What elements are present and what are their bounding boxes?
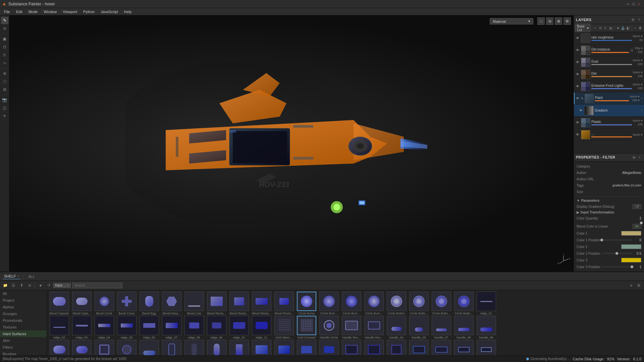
shelf-cat-alphas[interactable]: Alphas	[0, 304, 47, 310]
folder-view-btn[interactable]: 📁	[2, 282, 9, 289]
shelf-grid-view-btn[interactable]: ⊞	[635, 282, 642, 289]
menu-item-mode[interactable]: Mode	[26, 9, 41, 14]
brush-tool[interactable]: ✎	[1, 17, 8, 24]
shelf-item[interactable]: edge_05	[116, 316, 138, 339]
layer-visibility[interactable]: 👁	[575, 48, 580, 53]
color1-pos-slider[interactable]	[602, 239, 632, 241]
filter-tag-close[interactable]: ×	[67, 284, 69, 287]
blend-linear-toggle[interactable]: On	[633, 224, 641, 229]
shelf-item[interactable]: handle_12	[93, 340, 115, 355]
shelf-item[interactable]: handle_24	[296, 340, 317, 355]
layer-delete-btn[interactable]: ×	[641, 97, 643, 100]
perspective-button[interactable]: ⊞	[555, 17, 562, 25]
shelf-item[interactable]: Niche Recta...	[475, 340, 497, 355]
settings-button[interactable]: ⚙	[564, 17, 571, 25]
layer-item[interactable]: 👁 Plastic Norm ▾ 100	[574, 117, 644, 129]
shelf-item[interactable]: edge_02	[48, 316, 70, 339]
shelf-cat-grunges[interactable]: Grunges	[0, 310, 47, 317]
align-tool[interactable]: ⊞	[1, 86, 8, 93]
shelf-item[interactable]: handle_15	[161, 340, 182, 355]
add-layer-btn[interactable]: +	[593, 25, 597, 31]
parameters-section[interactable]: ▼ Parameters	[577, 199, 641, 202]
shelf-item[interactable]: Circle Bum...	[318, 292, 340, 315]
menu-item-file[interactable]: File	[1, 9, 13, 14]
shelf-item[interactable]: handle_07	[430, 316, 452, 339]
layer-item[interactable]: 👁 ... Norm ▾	[574, 129, 644, 141]
shelf-item[interactable]: handle_17	[206, 340, 227, 355]
create-btn[interactable]: ⊘	[26, 282, 33, 289]
shelf-item[interactable]: Niche Recta...	[408, 340, 430, 355]
camera-tool[interactable]: 📷	[1, 96, 8, 104]
shelf-tab[interactable]: SHELF ×	[3, 274, 20, 279]
layer-visibility[interactable]: 👁	[579, 108, 583, 113]
shelf-item[interactable]: Bevel Recta...	[228, 292, 250, 315]
shelf-item-grid-alternate[interactable]: Grid Altern...	[273, 316, 295, 339]
bake-btn[interactable]: ⌁	[633, 25, 638, 31]
layer-item[interactable]: 👁 Emissive Front Lights Norm ▾ 100	[574, 80, 644, 93]
shelf-item[interactable]: handle_09	[475, 316, 497, 339]
anchor-btn[interactable]: ⚓	[621, 25, 625, 31]
layer-visibility[interactable]: 👁	[575, 96, 580, 101]
shelf-item[interactable]: handle_22	[251, 340, 272, 355]
shelf-item[interactable]: handle_04	[385, 316, 407, 339]
shelf-item[interactable]: Bevel Recta...	[206, 292, 227, 315]
shelf-item[interactable]: handle_18	[228, 340, 250, 355]
layer-visibility[interactable]: 👁	[575, 60, 580, 65]
shelf-cat-brushes[interactable]: Brushes	[0, 351, 47, 355]
layer-visibility[interactable]: 👁	[575, 36, 580, 41]
geometry-tool[interactable]: ⬡	[1, 78, 8, 85]
layer-delete-btn[interactable]: ×	[641, 109, 643, 112]
shelf-item[interactable]: Circle Bum...	[340, 292, 362, 315]
camera-view-button[interactable]: □	[537, 17, 545, 25]
shelf-close-btn[interactable]: ×	[630, 283, 633, 288]
shelf-item[interactable]: Circle Bum...	[363, 292, 385, 315]
shelf-item[interactable]: Bevel Egg	[138, 292, 160, 315]
shelf-item-circle-bump[interactable]: Circle Bump	[296, 292, 317, 315]
fill-btn[interactable]: ◧	[626, 25, 630, 31]
shelf-item[interactable]: Circle Butto...	[453, 292, 475, 315]
shelf-search-input[interactable]	[72, 283, 122, 288]
layer-visibility[interactable]: 👁	[575, 132, 580, 137]
fx-btn[interactable]: ★	[616, 25, 620, 31]
color2-pos-slider[interactable]	[602, 253, 632, 254]
layer-item[interactable]: 👁 Dirt instance ⛓ Ptty ▾ 100	[574, 44, 644, 56]
shelf-item[interactable]: Bevel Line	[183, 292, 205, 315]
layer-item[interactable]: 👁 Dirt Norm ▾ 100	[574, 68, 644, 80]
layers-2d-tool[interactable]: ◫	[1, 104, 8, 112]
shelf-cat-skin[interactable]: Skin	[0, 337, 47, 344]
shelf-item[interactable]: Circle Butto...	[408, 292, 430, 315]
clone-tool[interactable]: ⎘	[1, 51, 8, 59]
shelf-cat-filters[interactable]: Filters	[0, 344, 47, 351]
quick-mask-tool[interactable]: ⊕	[1, 70, 8, 77]
shelf-item[interactable]: handle_16	[183, 340, 205, 355]
duplicate-btn[interactable]: ⎘	[603, 25, 608, 31]
shelf-item-handle-circle[interactable]: Handle Circle	[318, 316, 340, 339]
layers-expand-btn[interactable]: ⊞	[630, 17, 636, 22]
shelf-item[interactable]: edge_06	[138, 316, 160, 339]
shelf-item[interactable]: Handle Rec...	[363, 316, 385, 339]
shelf-item[interactable]: edge_11	[251, 316, 272, 339]
shelf-item[interactable]: handle_14	[138, 340, 160, 355]
layer-visibility[interactable]: 👁	[575, 84, 580, 89]
shelf-item[interactable]: Handle Rec...	[340, 316, 362, 339]
close-button[interactable]: ×	[637, 2, 641, 6]
shelf-item[interactable]: Niche Recta...	[340, 340, 362, 355]
shelf-item[interactable]: Bevel Recta...	[273, 292, 295, 315]
shelf-item[interactable]: Bevel Hexa...	[161, 292, 182, 315]
shelf-cat-textures[interactable]: Textures	[0, 324, 47, 330]
properties-close-btn[interactable]: ×	[637, 155, 642, 160]
shelf-item[interactable]: Circle Button	[385, 292, 407, 315]
shelf-item[interactable]: handle_23	[273, 340, 295, 355]
shelf-item[interactable]: edge_04	[93, 316, 115, 339]
shelf-item[interactable]: handle_10	[48, 340, 70, 355]
shelf-item[interactable]: handle_11	[71, 340, 93, 355]
material-dropdown[interactable]: Material ▾	[490, 18, 533, 24]
maximize-button[interactable]: □	[631, 2, 636, 6]
shelf-item-grid-crossed[interactable]: Grid Crossed	[296, 316, 317, 339]
import-btn[interactable]: ⬆	[18, 282, 25, 289]
color1-swatch[interactable]	[621, 231, 641, 236]
menu-item-help[interactable]: Help	[121, 9, 135, 14]
list-view-btn[interactable]: ☰	[10, 282, 17, 289]
minimize-button[interactable]: ─	[626, 2, 631, 6]
layer-visibility[interactable]: 👁	[575, 120, 580, 125]
